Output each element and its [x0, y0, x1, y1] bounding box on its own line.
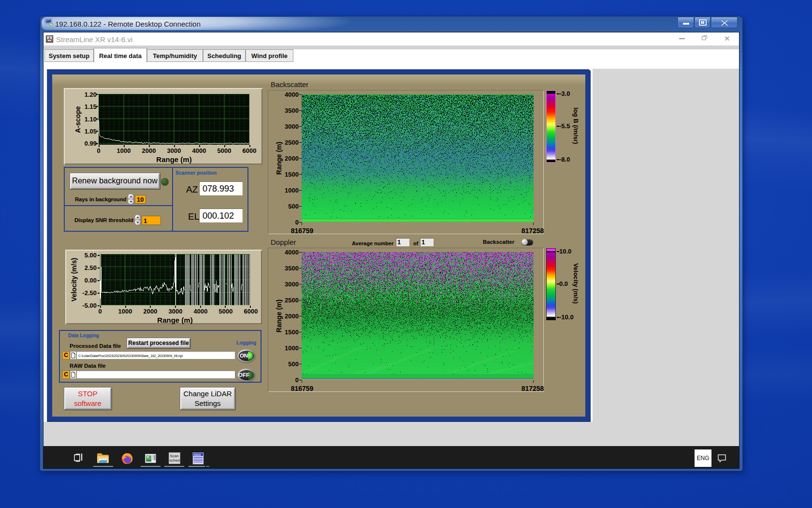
svg-text:Scan: Scan	[170, 454, 179, 458]
svg-text:SEEK: SEEK	[194, 453, 201, 456]
svg-text:sched: sched	[170, 458, 180, 463]
